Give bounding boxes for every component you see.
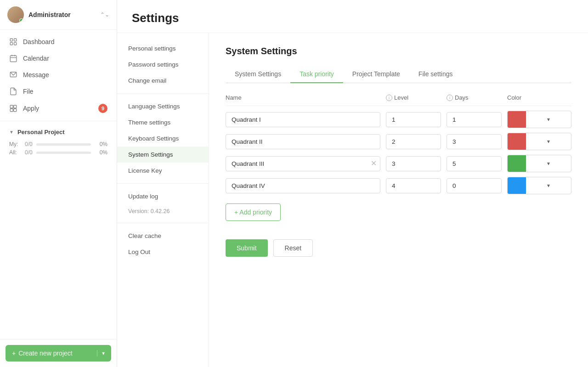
color-swatch-3: [508, 155, 526, 172]
personal-project-header[interactable]: ▼ Personal Project: [0, 125, 117, 139]
create-project-button[interactable]: + Create new project ▾: [6, 345, 111, 361]
name-input-wrapper-1: [226, 112, 380, 127]
sidebar-item-dashboard[interactable]: Dashboard: [0, 34, 117, 50]
color-selector-1[interactable]: ▾: [507, 111, 571, 128]
color-selector-2[interactable]: ▾: [507, 133, 571, 150]
all-label: All:: [9, 149, 21, 156]
personal-project-label: Personal Project: [17, 129, 65, 136]
all-pct: 0%: [95, 149, 107, 156]
settings-nav-theme[interactable]: Theme settings: [117, 114, 209, 130]
settings-nav-logout[interactable]: Log Out: [117, 244, 209, 260]
message-icon: [9, 71, 17, 79]
settings-nav-cache[interactable]: Clear cache: [117, 228, 209, 244]
color-dropdown-arrow-1[interactable]: ▾: [526, 116, 571, 123]
tab-file-settings[interactable]: File settings: [409, 66, 462, 83]
color-dropdown-arrow-2[interactable]: ▾: [526, 138, 571, 145]
level-input-3[interactable]: [386, 156, 441, 171]
svg-rect-12: [14, 109, 17, 112]
name-input-2[interactable]: [226, 134, 380, 149]
col-name-header: Name: [226, 94, 380, 101]
priority-row-1: ▾: [226, 111, 571, 128]
settings-nav-license[interactable]: License Key: [117, 163, 209, 179]
sidebar-header: Administrator ⌃⌄: [0, 0, 117, 30]
level-input-1[interactable]: [386, 112, 441, 127]
name-input-wrapper-2: [226, 134, 380, 149]
settings-nav-update[interactable]: Update log: [117, 188, 209, 204]
user-menu-toggle[interactable]: ⌃⌄: [100, 11, 109, 18]
settings-tabs: System Settings Task priority Project Te…: [226, 66, 571, 83]
apply-icon: [9, 104, 17, 113]
tab-system-settings[interactable]: System Settings: [226, 66, 290, 83]
main-header: Settings: [117, 0, 588, 33]
priority-table-header: Name i Level i Days Color: [226, 94, 571, 106]
project-stats: My: 0/0 0% All: 0/0 0%: [0, 139, 117, 161]
apply-badge: 9: [98, 104, 107, 113]
name-input-3[interactable]: [226, 156, 380, 171]
color-dropdown-arrow-3[interactable]: ▾: [526, 160, 571, 167]
priority-row-3: ✕ ▾: [226, 155, 571, 172]
settings-nav-version: Version: 0.42.26: [117, 204, 209, 218]
settings-nav-email[interactable]: Change email: [117, 73, 209, 89]
user-info[interactable]: Administrator: [7, 6, 71, 23]
file-icon: [9, 87, 17, 96]
reset-button[interactable]: Reset: [273, 239, 313, 257]
sidebar-item-calendar[interactable]: Calendar: [0, 50, 117, 67]
avatar: [7, 6, 24, 23]
sidebar-item-apply[interactable]: Apply 9: [0, 100, 117, 117]
settings-nav-language[interactable]: Language Settings: [117, 98, 209, 114]
name-input-1[interactable]: [226, 112, 380, 127]
collapse-icon: ▼: [9, 130, 14, 135]
calendar-icon: [9, 54, 17, 62]
file-label: File: [23, 88, 34, 95]
color-dropdown-arrow-4[interactable]: ▾: [526, 182, 571, 189]
settings-nav-keyboard[interactable]: Keyboard Settings: [117, 130, 209, 147]
color-selector-3[interactable]: ▾: [507, 155, 571, 172]
svg-rect-9: [10, 105, 13, 108]
svg-rect-1: [14, 39, 17, 41]
add-priority-button[interactable]: + Add priority: [226, 203, 281, 221]
message-label: Message: [23, 71, 49, 79]
settings-nav-system[interactable]: System Settings: [117, 147, 209, 163]
sidebar-item-message[interactable]: Message: [0, 67, 117, 83]
color-swatch-1: [508, 111, 526, 128]
add-priority-label: + Add priority: [234, 209, 272, 216]
sidebar-footer: + Create new project ▾: [0, 339, 117, 367]
my-label: My:: [9, 141, 21, 147]
svg-rect-4: [10, 56, 17, 62]
svg-rect-11: [10, 109, 13, 112]
days-info-icon[interactable]: i: [447, 95, 453, 101]
days-input-1[interactable]: [447, 112, 502, 127]
my-pct: 0%: [95, 141, 107, 147]
input-clear-3[interactable]: ✕: [371, 160, 377, 167]
color-swatch-4: [508, 177, 526, 194]
all-progress-bar: [36, 152, 91, 154]
settings-section-title: System Settings: [226, 46, 571, 56]
name-input-wrapper-3: ✕: [226, 156, 380, 171]
my-stat-row: My: 0/0 0%: [9, 141, 107, 147]
level-input-2[interactable]: [386, 134, 441, 149]
dashboard-label: Dashboard: [23, 38, 55, 45]
dashboard-icon: [9, 38, 17, 46]
all-progress: 0/0: [25, 149, 33, 156]
days-input-4[interactable]: [447, 178, 502, 193]
col-level-header: i Level: [386, 94, 441, 101]
svg-rect-0: [10, 39, 12, 41]
settings-sidebar: Personal settings Password settings Chan…: [117, 33, 209, 367]
sidebar-item-file[interactable]: File: [0, 83, 117, 100]
form-actions: Submit Reset: [226, 239, 571, 257]
level-input-4[interactable]: [386, 178, 441, 193]
days-input-3[interactable]: [447, 156, 502, 171]
create-project-dropdown-arrow[interactable]: ▾: [97, 350, 105, 356]
submit-button[interactable]: Submit: [226, 239, 268, 257]
my-progress: 0/0: [25, 141, 33, 147]
days-input-2[interactable]: [447, 134, 502, 149]
main-content: Settings Personal settings Password sett…: [117, 0, 588, 367]
level-info-icon[interactable]: i: [386, 95, 392, 101]
tab-task-priority[interactable]: Task priority: [290, 66, 343, 83]
settings-nav-personal[interactable]: Personal settings: [117, 40, 209, 56]
name-input-4[interactable]: [226, 178, 380, 193]
tab-project-template[interactable]: Project Template: [343, 66, 409, 83]
settings-nav-password[interactable]: Password settings: [117, 56, 209, 73]
page-title: Settings: [132, 11, 573, 25]
color-selector-4[interactable]: ▾: [507, 177, 571, 194]
